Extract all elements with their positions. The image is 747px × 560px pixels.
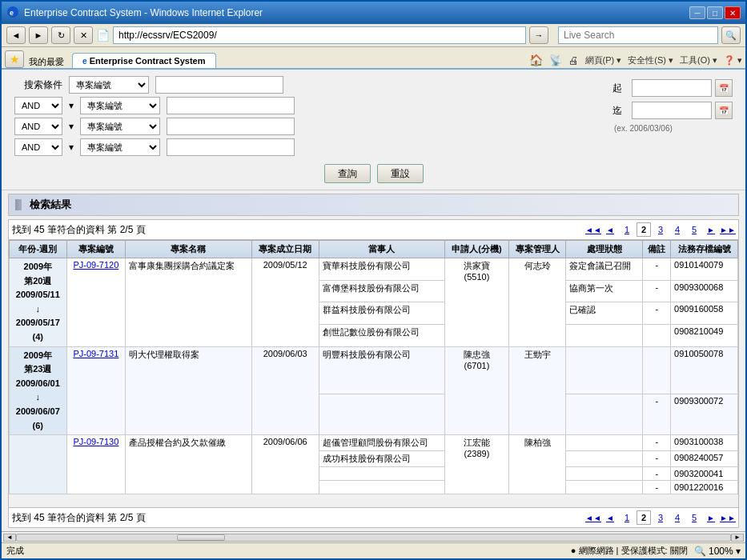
reset-button[interactable]: 重設 [377,164,424,183]
search-condition-label: 搜索條件 [14,78,62,92]
next-page-button[interactable]: ► [704,222,718,237]
scroll-left-button[interactable]: ◄ [3,534,16,542]
scroll-track[interactable] [16,534,731,542]
page-3-link[interactable]: 3 [653,222,668,237]
search-input-2[interactable] [167,97,295,114]
table-row: PJ-09-7130 產品授權合約及欠款催繳 2009/06/06 超儀管理顧問… [10,435,738,451]
maximize-button[interactable]: □ [707,6,723,19]
col-file-number: 法務存檔編號 [671,241,738,258]
status-1-1: 簽定會議已召開 [566,258,643,281]
tab-ecs[interactable]: e Enterprise Contract System [72,53,216,68]
search-input-3[interactable] [167,118,295,135]
project-id-1[interactable]: PJ-09-7120 [66,258,126,347]
close-button[interactable]: ✕ [725,6,741,19]
party-1-1: 寶華科技股份有限公司 [319,258,445,281]
svg-text:e: e [10,9,14,17]
status-3-3 [566,467,643,481]
operator-select-4[interactable]: AND [14,138,62,156]
field-select-2[interactable]: 專案編號 [80,97,160,114]
help-menu[interactable]: ❓ ▾ [724,55,742,66]
project-name-1: 富事康集團採購合約議定案 [126,258,252,347]
query-button[interactable]: 查詢 [324,164,371,183]
page-5-link-bottom[interactable]: 5 [687,510,701,525]
search-input-1[interactable] [155,76,283,94]
operator-select-3[interactable]: AND [14,118,62,135]
last-page-button[interactable]: ►► [721,222,735,237]
content-area: 搜索條件 專案編號 AND ▾ 專案編號 AND ▾ [2,70,745,531]
file-1-3: 0909160058 [671,302,738,325]
go-button[interactable]: → [529,26,548,44]
toolbar-icons: 🏠 📡 🖨 網頁(P) ▾ 安全性(S) ▾ 工具(O) ▾ ❓ ▾ [529,54,742,68]
page-1-link-bottom[interactable]: 1 [620,510,634,525]
zoom-level[interactable]: 🔍 100% ▾ [694,546,741,557]
file-3-4: 0901220016 [671,481,738,494]
tools-menu[interactable]: 工具(O) ▾ [680,54,717,66]
results-header: 檢索結果 [8,194,739,216]
field-select-3[interactable]: 專案編號 [80,118,160,135]
live-search-input[interactable] [558,26,718,44]
safety-menu[interactable]: 安全性(S) ▾ [628,54,673,66]
date-end-calendar-button[interactable]: 📅 [715,102,733,119]
favorites-star[interactable]: ★ [5,50,24,68]
note-2-2: - [643,394,671,435]
home-icon[interactable]: 🏠 [529,54,543,66]
page-4-link[interactable]: 4 [670,222,685,237]
established-date-3: 2009/06/06 [251,435,319,494]
prev-page-button[interactable]: ◄ [603,222,617,237]
party-3-2: 成功科技股份有限公司 [319,451,445,467]
field-select-1[interactable]: 專案編號 [69,76,149,94]
page-1-link[interactable]: 1 [620,222,634,237]
page-icon: 📄 [96,29,110,42]
operator-select-2[interactable]: AND [14,97,62,114]
date-range-area: 起 📅 迄 📅 (ex. 2006/03/06) [612,76,733,159]
page-3-link-bottom[interactable]: 3 [653,510,668,525]
page-4-link-bottom[interactable]: 4 [670,510,685,525]
note-3-1: - [643,435,671,451]
note-3-4: - [643,481,671,494]
rss-icon[interactable]: 📡 [549,54,562,66]
col-project-name: 專案名稱 [126,241,252,258]
date-start-input[interactable] [632,79,712,97]
status-3-4 [566,481,643,494]
back-button[interactable]: ◄ [6,26,26,44]
refresh-button[interactable]: ↻ [51,26,70,44]
next-page-button-bottom[interactable]: ► [704,510,718,525]
table-header-row: 年份-週別 專案編號 專案名稱 專案成立日期 當事人 申請人(分機) 專案管理人… [10,241,738,258]
project-id-2[interactable]: PJ-09-7131 [66,346,126,435]
minimize-button[interactable]: ─ [689,6,705,19]
prev-page-button-bottom[interactable]: ◄ [603,510,617,525]
status-1-2: 協商第一次 [566,280,643,302]
last-page-button-bottom[interactable]: ►► [721,510,735,525]
file-3-2: 0908240057 [671,451,738,467]
year-week-cell-2: 2009年第23週2009/06/01↓2009/06/07(6) [10,346,67,435]
first-page-button[interactable]: ◄◄ [586,222,600,237]
file-1-2: 0909300068 [671,280,738,302]
webpage-menu[interactable]: 網頁(P) ▾ [585,54,622,66]
date-start-row: 起 📅 [612,79,733,97]
project-id-3[interactable]: PJ-09-7130 [66,435,126,494]
pagination-bottom: 找到 45 筆符合的資料 第 2/5 頁 ◄◄ ◄ 1 2 3 4 5 ► ►► [8,508,739,528]
forward-button[interactable]: ► [29,26,48,44]
print-icon[interactable]: 🖨 [568,54,579,66]
favorites-label[interactable]: 我的最愛 [29,56,64,68]
page-5-link[interactable]: 5 [687,222,701,237]
date-end-input[interactable] [632,102,712,119]
horizontal-scrollbar[interactable]: ◄ ► [2,531,745,542]
window-title: Enterprise Contract System - Windows Int… [24,7,263,18]
scroll-thumb[interactable] [177,534,225,541]
col-parties: 當事人 [319,241,445,258]
date-start-calendar-button[interactable]: 📅 [715,79,733,97]
search-button[interactable]: 🔍 [721,26,741,44]
stop-button[interactable]: ✕ [74,26,93,44]
status-2-1 [566,346,643,394]
address-input[interactable] [113,26,526,44]
search-input-4[interactable] [167,138,295,156]
party-1-3: 群益科技股份有限公司 [319,302,445,325]
table-row: 2009年第20週2009/05/11↓2009/05/17(4) PJ-09-… [10,258,738,281]
field-select-4[interactable]: 專案編號 [80,138,160,156]
live-search-area: 🔍 [558,26,741,44]
first-page-button-bottom[interactable]: ◄◄ [586,510,600,525]
file-1-4: 0908210049 [671,324,738,346]
results-title: 檢索結果 [30,198,71,212]
scroll-right-button[interactable]: ► [731,534,744,542]
